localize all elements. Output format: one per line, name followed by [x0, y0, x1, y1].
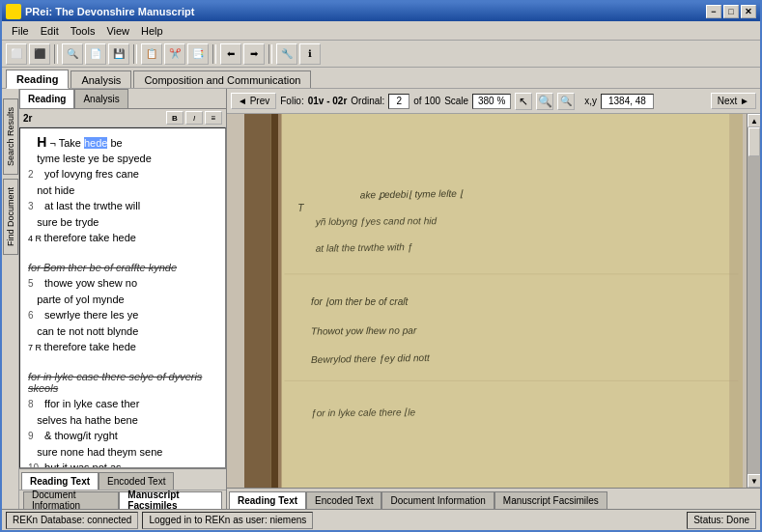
toolbar-sep-1 [54, 44, 58, 64]
image-view[interactable]: T ake ꝑedebi⌊ tyme leſte ⌊ yñ lobyng ƒye… [227, 114, 760, 488]
left-document-panel: Document Information Manuscript Facsimil… [19, 490, 226, 509]
menu-edit[interactable]: Edit [35, 23, 65, 39]
image-toolbar: ◄ Prev Folio: 01v - 02r Ordinal: of 100 … [227, 89, 760, 114]
text-line-1: H ¬ Take hede be [28, 134, 217, 151]
toolbar-btn-10[interactable]: ➡ [243, 43, 265, 65]
text-line-11: can te not nott blynde [28, 323, 217, 339]
initial-H: H [37, 134, 46, 150]
left-bottom-tabs: Reading Text Encoded Text [19, 468, 226, 490]
stanza-header-1: for Bom ther be of craffte kynde [28, 262, 217, 273]
menu-bar: File Edit Tools View Help [2, 21, 760, 41]
of-label: of 100 [413, 96, 440, 106]
toolbar-btn-4[interactable]: 📄 [85, 43, 106, 65]
toolbar-btn-5[interactable]: 💾 [108, 43, 129, 65]
minimize-button[interactable]: − [706, 5, 721, 18]
tab-reading[interactable]: Reading [6, 70, 69, 89]
document-info-tab[interactable]: Document Information [23, 491, 119, 509]
italic-btn[interactable]: I [185, 111, 203, 125]
toolbar-btn-11[interactable]: 🔧 [276, 43, 297, 65]
text-line-14: selves ha hathe bene [28, 412, 217, 428]
ordinal-input[interactable] [388, 94, 409, 109]
menu-file[interactable]: File [6, 23, 35, 39]
toolbar-btn-3[interactable]: 🔍 [62, 43, 83, 65]
text-line-5: 3 at last the trwthe will [28, 198, 217, 214]
scroll-down-btn[interactable]: ▼ [748, 474, 760, 488]
svg-text:for ⌊om ther be of craſt: for ⌊om ther be of craſt [311, 296, 409, 307]
scroll-thumb[interactable] [748, 127, 760, 156]
right-tab-reading-text[interactable]: Reading Text [229, 491, 306, 509]
folio-value: 01v - 02r [308, 96, 348, 106]
scroll-up-btn[interactable]: ▲ [748, 114, 760, 127]
svg-rect-1 [244, 114, 271, 488]
manuscript-facsimiles-tab[interactable]: Manuscript Facsimiles [119, 491, 222, 509]
toolbar-btn-8[interactable]: 📑 [187, 43, 209, 65]
text-line-3: 2 yof lovyng fres cane [28, 166, 217, 182]
bold-btn[interactable]: B [166, 111, 183, 125]
title-bar: PRei: The Devonshire Manuscript − □ ✕ [2, 2, 760, 21]
left-panel: Reading Analysis 2r B I ≡ H ¬ Take hede … [19, 89, 227, 509]
side-tab-find-document[interactable]: Find Document [3, 179, 18, 255]
right-tab-encoded-text[interactable]: Encoded Text [306, 491, 381, 509]
window-title: PRei: The Devonshire Manuscript [25, 6, 194, 17]
zoom-in-btn[interactable]: 🔍 [536, 93, 553, 110]
xy-input[interactable] [601, 94, 654, 109]
text-line-15: 9 & thowg/it ryght [28, 428, 217, 444]
sidebar-tab-reading[interactable]: Reading [19, 89, 74, 108]
scroll-track[interactable] [748, 127, 760, 474]
manuscript-svg: T ake ꝑedebi⌊ tyme leſte ⌊ yñ lobyng ƒye… [227, 114, 760, 488]
stanza-header-2: for in lyke case there selye of dyveris … [28, 371, 217, 394]
status-db: REKn Database: connected [6, 512, 138, 529]
prev-button[interactable]: ◄ Prev [231, 93, 276, 109]
bottom-tab-encoded-text[interactable]: Encoded Text [99, 472, 174, 490]
toolbar-btn-6[interactable]: 📋 [141, 43, 162, 65]
tab-analysis[interactable]: Analysis [71, 70, 131, 88]
status-status: Status: Done [687, 512, 756, 529]
toolbar-btn-12[interactable]: ℹ [299, 43, 321, 65]
text-line-2: tyme leste ye be spyede [28, 151, 217, 166]
right-tab-manuscript-facsimiles[interactable]: Manuscript Facsimiles [494, 491, 607, 509]
page-number: 2r [23, 113, 32, 124]
toolbar-sep-3 [212, 44, 216, 64]
maximize-button[interactable]: □ [723, 5, 739, 18]
left-panel-tabs: Reading Analysis [19, 89, 226, 109]
scale-input[interactable] [472, 94, 511, 109]
cursor-btn[interactable]: ↖ [515, 93, 532, 110]
right-bottom-tabs: Reading Text Encoded Text Document Infor… [227, 488, 760, 509]
svg-text:yñ lobyng ƒyes cand not hid: yñ lobyng ƒyes cand not hid [315, 215, 437, 227]
text-line-9: parte of yol mynde [28, 292, 217, 307]
more-btn[interactable]: ≡ [205, 111, 222, 125]
image-scrollbar[interactable]: ▲ ▼ [747, 114, 760, 488]
side-tab-search-results[interactable]: Search Results [3, 98, 18, 175]
toolbar-sep-4 [268, 44, 272, 64]
toolbar-btn-7[interactable]: ✂️ [164, 43, 185, 65]
text-line-6: sure be tryde [28, 214, 217, 230]
scale-label: Scale [444, 96, 468, 106]
text-line-13: 8 ffor in lyke case ther [28, 396, 217, 412]
svg-text:Thowot yow ſhew no par: Thowot yow ſhew no par [311, 325, 417, 337]
menu-view[interactable]: View [100, 23, 135, 39]
zoom-out-btn[interactable]: 🔍 [557, 93, 575, 110]
toolbar-btn-9[interactable]: ⬅ [220, 43, 241, 65]
svg-text:at laſt the trwthe with ƒ: at laſt the trwthe with ƒ [316, 241, 413, 254]
bottom-tab-reading-text[interactable]: Reading Text [21, 472, 99, 490]
toolbar-sep-2 [133, 44, 137, 64]
svg-rect-16 [729, 114, 743, 488]
tab-composition[interactable]: Composition and Communication [133, 70, 311, 88]
next-button[interactable]: Next ► [711, 93, 756, 109]
menu-help[interactable]: Help [135, 23, 169, 39]
app-window: PRei: The Devonshire Manuscript − □ ✕ Fi… [0, 0, 762, 532]
svg-rect-2 [271, 114, 278, 488]
toolbar-btn-2[interactable]: ⬛ [29, 43, 50, 65]
close-button[interactable]: ✕ [741, 5, 756, 18]
status-user: Logged in to REKn as user: niemens [142, 512, 313, 529]
main-tabs: Reading Analysis Composition and Communi… [2, 68, 760, 89]
toolbar-btn-1[interactable]: ⬜ [6, 43, 27, 65]
menu-tools[interactable]: Tools [65, 23, 101, 39]
svg-text:T: T [297, 203, 304, 213]
toolbar: ⬜ ⬛ 🔍 📄 💾 📋 ✂️ 📑 ⬅ ➡ 🔧 ℹ [2, 41, 760, 68]
svg-text:ƒor in lyke caſe there ⌊le: ƒor in lyke caſe there ⌊le [311, 406, 416, 418]
text-line-17: 10 but it was not as [28, 460, 217, 468]
right-tab-document-info[interactable]: Document Information [381, 491, 494, 509]
sidebar-tab-analysis[interactable]: Analysis [74, 89, 127, 108]
status-bar: REKn Database: connected Logged in to RE… [2, 509, 760, 530]
